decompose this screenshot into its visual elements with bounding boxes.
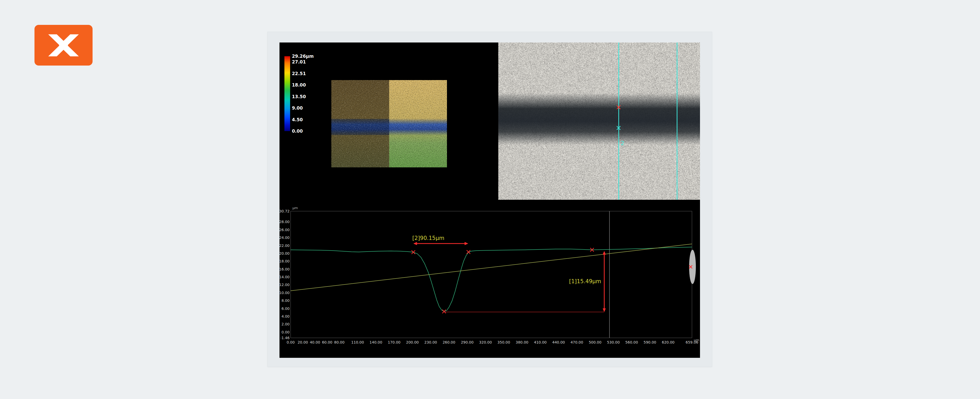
svg-text:20.00: 20.00 bbox=[298, 340, 308, 344]
heightmap-image[interactable] bbox=[331, 80, 447, 167]
svg-text:22.00: 22.00 bbox=[280, 243, 290, 248]
svg-text:28.00: 28.00 bbox=[280, 220, 290, 224]
profile-chart[interactable]: [1]15.49µm[2]90.15µm30.7228.0026.0024.00… bbox=[280, 200, 700, 358]
svg-text:60.00: 60.00 bbox=[322, 340, 332, 344]
svg-text:6.00: 6.00 bbox=[282, 307, 290, 311]
svg-text:470.00: 470.00 bbox=[570, 340, 583, 344]
svg-text:140.00: 140.00 bbox=[369, 340, 382, 344]
svg-text:12.00: 12.00 bbox=[280, 283, 290, 287]
heightmap-panel: 29.26µm27.0122.5118.0013.509.004.500.00 bbox=[280, 43, 498, 200]
profile-chart-panel: [1]15.49µm[2]90.15µm30.7228.0026.0024.00… bbox=[280, 200, 700, 358]
svg-text:320.00: 320.00 bbox=[479, 340, 492, 344]
svg-text:620.00: 620.00 bbox=[662, 340, 675, 344]
brand-chevrons-icon bbox=[42, 30, 85, 60]
svg-text:0.00: 0.00 bbox=[282, 330, 290, 334]
measure-region-line-left[interactable] bbox=[618, 43, 619, 200]
series-leveling-reference bbox=[291, 244, 692, 291]
height-colorbar bbox=[285, 56, 290, 131]
svg-text:80.00: 80.00 bbox=[334, 340, 345, 344]
svg-text:110.00: 110.00 bbox=[351, 340, 364, 344]
svg-text:0.00: 0.00 bbox=[286, 340, 294, 344]
profile-point-markers[interactable] bbox=[412, 248, 594, 313]
x-axis-unit-label: µm bbox=[694, 338, 699, 342]
svg-text:200.00: 200.00 bbox=[406, 340, 419, 344]
colorbar-label: 9.00 bbox=[292, 105, 303, 111]
microscope-panel: 2 bbox=[498, 43, 700, 200]
svg-text:530.00: 530.00 bbox=[607, 340, 620, 344]
svg-text:560.00: 560.00 bbox=[625, 340, 638, 344]
svg-text:290.00: 290.00 bbox=[461, 340, 474, 344]
svg-text:40.00: 40.00 bbox=[310, 340, 320, 344]
colorbar-label: 27.01 bbox=[292, 59, 306, 65]
colorbar-label: 13.50 bbox=[292, 94, 306, 99]
svg-text:590.00: 590.00 bbox=[643, 340, 656, 344]
measurement-label-1: [1]15.49µm bbox=[569, 278, 601, 285]
colorbar-label: 29.26µm bbox=[292, 54, 314, 59]
chart-scroll-handle[interactable] bbox=[689, 250, 696, 284]
dark-groove-band bbox=[498, 93, 700, 145]
region-number-label: 2 bbox=[620, 140, 624, 146]
svg-text:30.72: 30.72 bbox=[280, 209, 290, 213]
svg-text:260.00: 260.00 bbox=[442, 340, 455, 344]
svg-text:-1.46: -1.46 bbox=[280, 336, 290, 340]
svg-text:18.00: 18.00 bbox=[280, 259, 290, 263]
x-axis-ticks: 0.0020.0040.0060.0080.00110.00140.00170.… bbox=[286, 340, 698, 344]
svg-text:8.00: 8.00 bbox=[282, 299, 290, 303]
svg-text:16.00: 16.00 bbox=[280, 267, 290, 271]
svg-text:20.00: 20.00 bbox=[280, 251, 290, 256]
svg-text:26.00: 26.00 bbox=[280, 228, 290, 232]
svg-text:410.00: 410.00 bbox=[534, 340, 547, 344]
svg-text:24.00: 24.00 bbox=[280, 235, 290, 240]
series-surface-profile bbox=[291, 247, 692, 312]
svg-text:2.00: 2.00 bbox=[282, 322, 290, 326]
svg-text:230.00: 230.00 bbox=[425, 340, 437, 344]
svg-text:350.00: 350.00 bbox=[498, 340, 510, 344]
microscope-image[interactable]: 2 bbox=[498, 43, 700, 200]
measure-region-line-right[interactable] bbox=[677, 43, 678, 200]
svg-text:500.00: 500.00 bbox=[589, 340, 601, 344]
colorbar-label: 18.00 bbox=[292, 83, 306, 87]
noise-overlay-light bbox=[331, 80, 447, 167]
colorbar-label: 0.00 bbox=[292, 129, 303, 134]
svg-text:440.00: 440.00 bbox=[552, 340, 565, 344]
svg-text:4.00: 4.00 bbox=[282, 314, 290, 318]
colorbar-label: 22.51 bbox=[292, 71, 306, 76]
measurement-annotation-2[interactable]: [2]90.15µm bbox=[412, 235, 468, 245]
svg-text:380.00: 380.00 bbox=[515, 340, 528, 344]
plot-border bbox=[291, 211, 692, 338]
app-screenshot: 29.26µm27.0122.5118.0013.509.004.500.00 bbox=[280, 43, 700, 358]
svg-text:14.00: 14.00 bbox=[280, 275, 290, 279]
colorbar-label: 4.50 bbox=[292, 117, 303, 122]
measurement-card: 29.26µm27.0122.5118.0013.509.004.500.00 bbox=[267, 32, 712, 367]
brand-logo[interactable] bbox=[35, 25, 92, 65]
svg-text:10.00: 10.00 bbox=[280, 291, 290, 295]
measurement-label-2: [2]90.15µm bbox=[412, 235, 444, 241]
y-axis-ticks: 30.7228.0026.0024.0022.0020.0018.0016.00… bbox=[280, 209, 290, 340]
svg-text:170.00: 170.00 bbox=[388, 340, 401, 344]
y-axis-unit-label: µm bbox=[293, 206, 298, 210]
measurement-annotation-1[interactable]: [1]15.49µm bbox=[444, 251, 606, 312]
